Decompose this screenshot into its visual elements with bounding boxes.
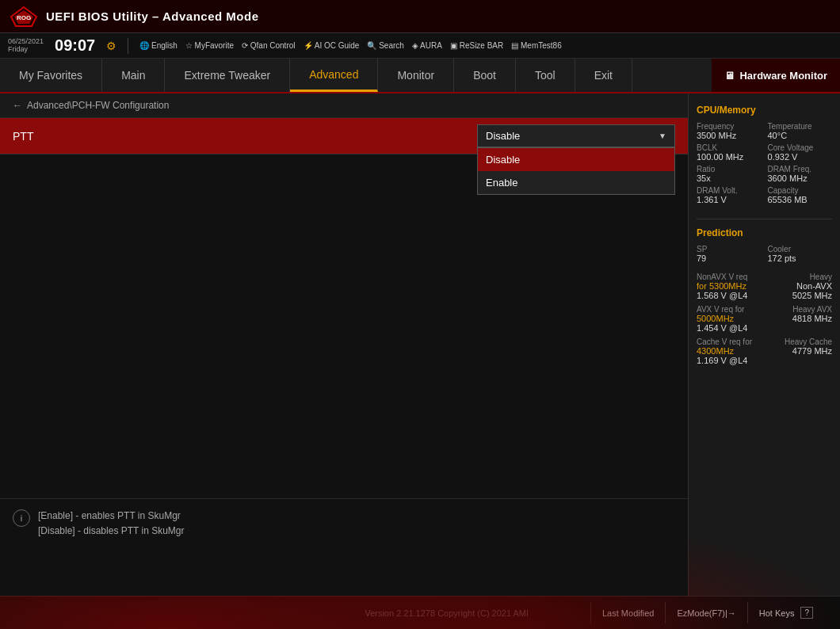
tab-tool[interactable]: Tool (516, 59, 575, 92)
cache-freq-value: 4300MHz (697, 346, 734, 356)
avx-req-label: AVX V req for (697, 305, 744, 314)
info-icon: i (13, 509, 30, 527)
toolbar-resizebar[interactable]: ▣ ReSize BAR (450, 41, 503, 50)
monitor-icon: 🖥 (724, 70, 735, 82)
nonavx-req-label: NonAVX V req (697, 273, 747, 281)
avx-pred-freq-value: 4818 MHz (792, 314, 832, 323)
bclk-label: BCLK (697, 143, 762, 152)
nonavx-pred-freq-value: 5025 MHz (792, 291, 832, 300)
ptt-option-enable[interactable]: Enable (478, 171, 674, 194)
toolbar-items: 🌐 English ☆ MyFavorite ⟳ Qfan Control ⚡ … (139, 41, 832, 50)
capacity-label: Capacity (768, 186, 833, 195)
info-row: i [Enable] - enables PTT in SkuMgr [Disa… (13, 509, 675, 539)
ratio-value: 35x (697, 173, 762, 183)
tab-monitor[interactable]: Monitor (378, 59, 454, 92)
toolbar-memtest[interactable]: ▤ MemTest86 (511, 41, 561, 50)
ptt-option-disable[interactable]: Disable (478, 148, 674, 171)
cache-pred-freq-value: 4779 MHz (792, 346, 832, 356)
prediction-title: Prediction (697, 227, 832, 238)
cpu-memory-title: CPU/Memory (697, 105, 832, 116)
frequency-value: 3500 MHz (697, 131, 762, 140)
avx-freq-value: 5000MHz (697, 314, 734, 323)
setting-control-ptt: Disable ▼ Disable Enable (477, 124, 675, 147)
cache-heavy-label: Heavy Cache (785, 337, 832, 346)
toolbar-search[interactable]: 🔍 Search (367, 41, 403, 50)
avx-section: AVX V req for Heavy AVX 5000MHz 4818 MHz… (697, 305, 832, 333)
info-line-1: [Enable] - enables PTT in SkuMgr (38, 509, 185, 524)
breadcrumb-path: Advanced\PCH-FW Configuration (27, 100, 169, 111)
breadcrumb: ← Advanced\PCH-FW Configuration (0, 93, 688, 118)
cooler-label: Cooler (768, 245, 833, 254)
frequency-label: Frequency (697, 122, 762, 131)
toolbar-english[interactable]: 🌐 English (139, 41, 178, 50)
toolbar-aioc[interactable]: ⚡ AI OC Guide (304, 41, 360, 50)
rog-logo: ROG (10, 6, 38, 28)
toolbar-clock: 09:07 (55, 36, 95, 55)
avx-heavy-label: Heavy AVX (792, 305, 832, 314)
toolbar-myfavorite[interactable]: ☆ MyFavorite (185, 41, 234, 50)
cache-section: Cache V req for Heavy Cache 4300MHz 4779… (697, 337, 832, 365)
dropdown-arrow-icon: ▼ (659, 132, 666, 140)
dram-freq-label: DRAM Freq. (768, 165, 833, 173)
gear-icon: ⚙ (106, 40, 116, 52)
info-text: [Enable] - enables PTT in SkuMgr [Disabl… (38, 509, 185, 539)
ptt-dropdown-button[interactable]: Disable ▼ (477, 124, 675, 147)
toolbar-aura[interactable]: ◈ AURA (412, 41, 442, 50)
setting-row-ptt: PTT Disable ▼ Disable Enable (0, 118, 688, 154)
hardware-monitor-label: Hardware Monitor (739, 70, 827, 82)
cooler-value: 172 pts (768, 254, 833, 263)
ratio-label: Ratio (697, 165, 762, 173)
toolbar-time: 06/25/2021Friday (8, 38, 44, 54)
info-section: i [Enable] - enables PTT in SkuMgr [Disa… (0, 498, 688, 548)
cache-req-label: Cache V req for (697, 337, 752, 346)
nonavx-section: NonAVX V req Heavy for 5300MHz Non-AVX 1… (697, 273, 832, 300)
ptt-dropdown-menu: Disable Enable (477, 147, 675, 195)
title-bar: ROG UEFI BIOS Utility – Advanced Mode (0, 0, 840, 33)
dram-volt-value: 1.361 V (697, 195, 762, 204)
hw-divider-1 (697, 219, 832, 219)
nonavx-volt-value: 1.568 V @L4 (697, 291, 747, 300)
tab-advanced[interactable]: Advanced (290, 59, 378, 92)
nav-tabs: My Favorites Main Extreme Tweaker Advanc… (0, 59, 840, 93)
svg-text:ROG: ROG (17, 14, 31, 21)
toolbar-date: 06/25/2021Friday (8, 38, 44, 54)
nonavx-freq-value: for 5300MHz (697, 281, 746, 291)
capacity-value: 65536 MB (768, 195, 833, 204)
tab-boot[interactable]: Boot (454, 59, 516, 92)
avx-volt-value: 1.454 V @L4 (697, 323, 747, 333)
main-content: ← Advanced\PCH-FW Configuration PTT Disa… (0, 93, 688, 596)
bclk-value: 100.00 MHz (697, 152, 762, 162)
tab-extreme[interactable]: Extreme Tweaker (165, 59, 290, 92)
core-voltage-label: Core Voltage (768, 143, 833, 152)
cpu-memory-grid: Frequency 3500 MHz Temperature 40°C BCLK… (697, 122, 832, 204)
ptt-current-value: Disable (486, 130, 520, 142)
tab-hardware-monitor[interactable]: 🖥 Hardware Monitor (712, 59, 840, 92)
main-container: ROG UEFI BIOS Utility – Advanced Mode 06… (0, 0, 840, 629)
cache-volt-value: 1.169 V @L4 (697, 356, 747, 365)
dram-freq-value: 3600 MHz (768, 173, 833, 183)
sp-value: 79 (697, 254, 762, 263)
tab-main[interactable]: Main (102, 59, 165, 92)
toolbar-separator (128, 38, 128, 54)
tab-exit[interactable]: Exit (575, 59, 632, 92)
prediction-grid: SP 79 Cooler 172 pts (697, 245, 832, 263)
tab-favorites[interactable]: My Favorites (0, 59, 102, 92)
nonavx-type-value: Non-AVX (796, 281, 832, 291)
nonavx-heavy-label: Heavy (810, 273, 832, 281)
breadcrumb-arrow[interactable]: ← (13, 100, 22, 111)
temperature-value: 40°C (768, 131, 833, 140)
temperature-label: Temperature (768, 122, 833, 131)
app-title: UEFI BIOS Utility – Advanced Mode (46, 10, 258, 23)
info-line-2: [Disable] - disables PTT in SkuMgr (38, 524, 185, 539)
core-voltage-value: 0.932 V (768, 152, 833, 162)
toolbar: 06/25/2021Friday 09:07 ⚙ 🌐 English ☆ MyF… (0, 33, 840, 59)
setting-label-ptt: PTT (13, 130, 477, 143)
toolbar-qfan[interactable]: ⟳ Qfan Control (242, 41, 295, 50)
dram-volt-label: DRAM Volt. (697, 186, 762, 195)
sp-label: SP (697, 245, 762, 254)
